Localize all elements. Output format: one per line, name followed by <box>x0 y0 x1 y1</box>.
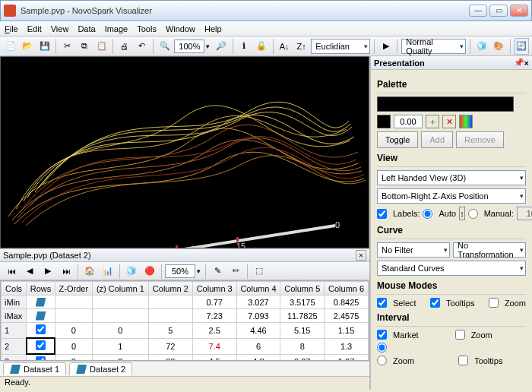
dataset-icon <box>10 365 21 374</box>
labels-manual-radio[interactable] <box>468 209 478 219</box>
labels-auto-radio[interactable] <box>423 209 432 219</box>
presentation-title: Presentation <box>374 58 425 68</box>
sort-asc-icon[interactable]: A↓ <box>277 38 291 55</box>
svg-rect-2 <box>176 245 178 248</box>
col-header[interactable]: (z) Column 1 <box>92 282 148 296</box>
cut-icon[interactable]: ✂ <box>60 38 74 55</box>
zoom-in-icon[interactable]: 🔎 <box>214 38 228 55</box>
col-header[interactable]: Column 3 <box>192 282 236 296</box>
palette-heading: Palette <box>377 79 526 90</box>
zoom-input[interactable] <box>174 40 204 53</box>
col-header[interactable]: Rows <box>27 282 55 296</box>
export-icon[interactable]: 🔓 <box>254 38 268 55</box>
play-icon[interactable]: ▶ <box>378 38 393 55</box>
window-title: Sample.pvp - NovoSpark Visualizer <box>21 6 467 15</box>
menu-help[interactable]: Help <box>204 24 222 33</box>
save-icon[interactable]: 💾 <box>37 38 52 55</box>
grid-zoom-input[interactable] <box>165 264 195 278</box>
tab-dataset-1[interactable]: Dataset 1 <box>3 362 66 375</box>
col-header[interactable]: Column 5 <box>280 282 325 296</box>
palette-swatch[interactable] <box>377 96 514 112</box>
menu-tools[interactable]: Tools <box>137 24 157 33</box>
grid-vis1-icon[interactable]: 🏠 <box>81 263 98 280</box>
grid-first-icon[interactable]: ⏮ <box>3 263 20 280</box>
quality-select[interactable]: Normal Quality▾ <box>401 39 466 54</box>
col-header[interactable]: Column 4 <box>236 282 280 296</box>
data-grid[interactable]: Cols Rows Z-Order (z) Column 1 Column 2 … <box>0 280 369 361</box>
market-checkbox[interactable] <box>377 330 387 340</box>
select-checkbox[interactable] <box>377 298 387 308</box>
palette-value-input[interactable] <box>394 115 423 128</box>
grid-prev-icon[interactable]: ◀ <box>21 263 38 280</box>
interval-radio-1[interactable] <box>377 343 387 352</box>
interval-tooltips-checkbox[interactable] <box>458 356 468 365</box>
color-swatch[interactable] <box>377 115 391 128</box>
panel-close-icon[interactable]: × <box>524 58 529 68</box>
copy-icon[interactable]: ⧉ <box>78 38 92 55</box>
curves-select[interactable]: Standard Curves▾ <box>377 261 526 276</box>
open-icon[interactable]: 📂 <box>20 38 34 55</box>
gradient-icon[interactable] <box>459 115 473 128</box>
table-row[interactable]: iMin0.773.0273.51750.8425 <box>2 296 369 309</box>
new-icon[interactable]: 📄 <box>3 38 17 55</box>
maximize-button[interactable]: ▭ <box>489 5 508 17</box>
grid-next-icon[interactable]: ▶ <box>40 263 56 280</box>
add-button[interactable]: Add <box>421 131 453 148</box>
table-row[interactable]: 10052.54.465.151.15 <box>2 323 369 339</box>
info-icon[interactable]: ℹ <box>237 38 252 55</box>
sort-desc-icon[interactable]: Z↑ <box>294 38 309 55</box>
grid-cube-icon[interactable]: 🧊 <box>123 263 140 280</box>
3d-viewport[interactable]: 5 10 15 0 <box>0 56 369 248</box>
svg-line-0 <box>77 226 335 248</box>
col-header[interactable]: Z-Order <box>55 282 92 296</box>
table-row[interactable]: 201727.4681.3 <box>2 338 369 354</box>
manual-value-input[interactable] <box>517 207 532 220</box>
labels-checkbox[interactable] <box>377 209 387 219</box>
close-button[interactable]: ✕ <box>510 5 528 17</box>
paste-icon[interactable]: 📋 <box>94 38 109 55</box>
zoom-out-icon[interactable]: 🔍 <box>157 38 172 55</box>
col-header[interactable]: Column 6 <box>325 282 369 296</box>
menu-data[interactable]: Data <box>78 24 95 33</box>
grid-edit-icon[interactable]: ✎ <box>209 263 226 280</box>
remove-button[interactable]: Remove <box>456 131 504 148</box>
tooltips-checkbox[interactable] <box>430 298 440 308</box>
tab-dataset-2[interactable]: Dataset 2 <box>69 362 132 375</box>
transform-select[interactable]: No Transformation▾ <box>453 242 526 258</box>
label-adjust-icon[interactable]: ↕ <box>459 207 465 220</box>
minimize-button[interactable]: — <box>469 5 487 17</box>
grid-last-icon[interactable]: ⏭ <box>58 263 74 280</box>
dock-close-icon[interactable]: × <box>356 250 366 261</box>
zoom-checkbox[interactable] <box>489 298 499 308</box>
menu-image[interactable]: Image <box>105 24 128 33</box>
refresh-icon[interactable]: 🔄 <box>515 38 529 55</box>
zaxis-select[interactable]: Bottom-Right Z-Axis Position▾ <box>377 188 526 204</box>
filter-select[interactable]: No Filter▾ <box>377 242 450 258</box>
panel-pin-icon[interactable]: 📌 <box>514 58 524 68</box>
interval-radio-2[interactable] <box>377 356 387 365</box>
show-checkbox[interactable] <box>36 340 46 350</box>
table-row[interactable]: iMax7.237.09311.78252.4575 <box>2 309 369 323</box>
remove-color-icon[interactable]: ✕ <box>442 115 456 128</box>
undo-icon[interactable]: ↶ <box>135 38 149 55</box>
col-header[interactable]: Cols <box>2 282 27 296</box>
metric-select[interactable]: Euclidian▾ <box>311 39 370 54</box>
col-header[interactable]: Column 2 <box>148 282 192 296</box>
grid-vis2-icon[interactable]: 📊 <box>100 263 116 280</box>
menu-file[interactable]: File <box>5 24 18 33</box>
show-checkbox[interactable] <box>36 324 46 334</box>
view-select[interactable]: Left Handed View (3D)▾ <box>377 170 526 185</box>
grid-select-icon[interactable]: ⬚ <box>251 263 268 280</box>
menu-edit[interactable]: Edit <box>27 24 42 33</box>
grid-sphere-icon[interactable]: 🔴 <box>141 263 158 280</box>
table-row[interactable]: 302834.54.86.271.07 <box>2 354 369 361</box>
grid-edit2-icon[interactable]: ✏ <box>227 263 244 280</box>
toggle-button[interactable]: Toggle <box>377 131 418 148</box>
render-icon[interactable]: 🧊 <box>474 38 489 55</box>
print-icon[interactable]: 🖨 <box>117 38 131 55</box>
interval-zoom-checkbox[interactable] <box>455 330 465 340</box>
menu-window[interactable]: Window <box>166 24 195 33</box>
menu-view[interactable]: View <box>51 24 69 33</box>
add-color-icon[interactable]: ＋ <box>426 115 439 128</box>
colors-icon[interactable]: 🎨 <box>491 38 505 55</box>
